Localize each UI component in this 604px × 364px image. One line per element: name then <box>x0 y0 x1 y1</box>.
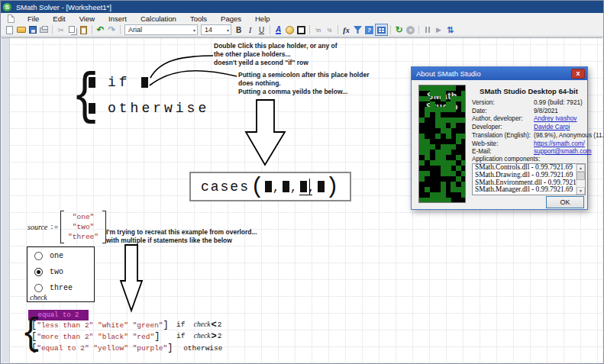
cut-button[interactable]: ✂ <box>55 24 66 35</box>
placeholder[interactable] <box>283 181 289 192</box>
note-recreate: I'm trying to recreat this example from … <box>106 228 257 245</box>
dialog-titlebar[interactable]: About SMath Studio <box>412 67 587 80</box>
note-semicolon: Putting a semicolon after this place hol… <box>238 71 369 96</box>
italic-button[interactable]: I <box>244 24 256 35</box>
string-value: "green" <box>133 321 163 330</box>
show-grid-toggle[interactable] <box>375 24 388 36</box>
radio-label: three <box>50 284 73 292</box>
field-label: E-Mail: <box>472 148 534 155</box>
placeholder[interactable] <box>318 181 325 192</box>
printer-icon <box>40 27 48 33</box>
note-line: the other place holders... <box>214 50 338 59</box>
worksheet-canvas[interactable]: Double Click this place holder, or any o… <box>2 37 602 362</box>
font-name-select[interactable]: Arial ▾ <box>124 24 198 35</box>
list-item[interactable]: SMath.Environment.dll - 0.99.7921.69 <box>473 179 585 187</box>
scrollbar[interactable]: ▲ ▼ <box>576 164 585 195</box>
source-definition[interactable]: source := "one" "two" "three" <box>27 211 106 243</box>
bold-button[interactable]: B <box>233 24 244 35</box>
new-button[interactable] <box>4 24 15 35</box>
placeholder[interactable] <box>265 181 272 192</box>
recalculate-button[interactable]: ↻ <box>393 24 405 35</box>
play-button[interactable]: ▶ <box>433 24 444 35</box>
paste-clipboard-icon <box>80 26 87 34</box>
placeholder[interactable] <box>89 103 95 114</box>
info-row: Translation (English):(98.9%), Anonymous… <box>472 132 586 140</box>
field-label: Author, developer: <box>472 115 534 122</box>
auto-calc-button[interactable]: ⇅ <box>444 24 456 35</box>
components-listbox[interactable]: SMath.Controls.dll - 0.99.7921.69 SMath.… <box>472 163 586 195</box>
menu-pages[interactable]: Pages <box>214 14 248 23</box>
undo-button[interactable]: ↶ <box>95 24 106 35</box>
scroll-down-icon[interactable]: ▼ <box>577 187 585 195</box>
menu-insert[interactable]: Insert <box>102 14 134 23</box>
open-button[interactable] <box>15 24 27 35</box>
color-sphere-icon <box>286 26 294 34</box>
placeholder[interactable] <box>89 77 95 88</box>
developer-link[interactable]: Davide Carpi <box>534 124 570 130</box>
comparison-operator: < <box>210 320 217 330</box>
note-line: Putting a semicolon after this place hol… <box>238 71 369 79</box>
placeholder[interactable] <box>141 77 148 88</box>
string-value: "white" <box>98 321 128 330</box>
radio-option-two[interactable]: two <box>34 268 63 276</box>
filter-button[interactable] <box>352 24 363 35</box>
redo-button[interactable]: ↷ <box>106 24 118 35</box>
font-size-select[interactable]: 14 ▾ <box>201 24 231 35</box>
pause-button[interactable] <box>422 24 433 35</box>
open-paren: ( <box>250 176 264 198</box>
field-label: Translation (English): <box>472 132 534 139</box>
window-titlebar[interactable]: S SMath Solver - [Worksheet1*] <box>1 1 603 13</box>
background-color-button[interactable] <box>284 24 296 35</box>
about-dialog: About SMath Studio x SMath Studio SMath … <box>411 66 588 210</box>
radio-option-one[interactable]: one <box>34 252 63 260</box>
stop-button[interactable]: × <box>405 24 416 35</box>
system-expression[interactable]: { ["less than 2" "white" "green"] if che… <box>23 318 252 356</box>
menu-calculation[interactable]: Calculation <box>134 14 183 23</box>
menu-file[interactable]: File <box>21 14 46 23</box>
border-button[interactable] <box>296 24 307 35</box>
radio-option-three[interactable]: three <box>34 284 73 292</box>
scrollbar-thumb[interactable] <box>577 172 585 180</box>
menu-view[interactable]: View <box>73 14 102 23</box>
product-name: SMath Studio Desktop 64-bit <box>472 87 586 95</box>
app-icon: S <box>3 3 11 11</box>
components-label: Application components: <box>472 156 540 163</box>
ok-button[interactable]: OK <box>546 196 584 208</box>
email-link[interactable]: support@smath.com <box>534 148 592 155</box>
new-page-icon <box>6 26 13 34</box>
toolbar: ✂ ↶ ↷ Arial ▾ 14 ▾ B I U A 'm ½ fx ? ↻ × <box>1 24 603 37</box>
author-link[interactable]: Andrey Ivashov <box>534 115 577 122</box>
field-value: 0.99 (build: 7921) <box>534 99 583 106</box>
paste-button[interactable] <box>78 24 89 35</box>
save-button[interactable] <box>27 24 38 35</box>
radio-icon[interactable] <box>34 284 43 292</box>
insert-function-button[interactable]: fx <box>341 24 352 35</box>
website-link[interactable]: https://smath.com/ <box>534 140 585 147</box>
insert-unit-button[interactable]: 'm <box>312 24 324 35</box>
radio-selected-icon[interactable] <box>34 268 43 276</box>
menu-tools[interactable]: Tools <box>183 14 214 23</box>
assistance-button[interactable]: ? <box>363 24 375 35</box>
list-item[interactable]: SMath.Manager.dll - 0.99.7921.69 <box>473 186 585 194</box>
cases-expression[interactable]: cases ( , , , ) <box>189 172 351 201</box>
font-color-button[interactable]: A <box>273 24 284 35</box>
list-item[interactable]: SMath.Drawing.dll - 0.99.7921.69 <box>473 172 585 179</box>
underline-button[interactable]: U <box>256 24 267 35</box>
note-line: does nothing. <box>238 79 369 88</box>
print-button[interactable] <box>38 24 50 35</box>
radio-icon[interactable] <box>34 252 43 260</box>
placeholder-with-cursor[interactable] <box>300 181 307 192</box>
if-otherwise-expression[interactable]: { if otherwise <box>75 69 220 130</box>
menu-edit[interactable]: Edit <box>46 14 72 23</box>
close-paren: ) <box>325 176 339 198</box>
menu-help[interactable]: Help <box>248 14 277 23</box>
cases-function-name: cases <box>201 179 250 195</box>
fraction-button[interactable]: ½ <box>324 24 335 35</box>
list-item[interactable]: SMath.Controls.dll - 0.99.7921.69 <box>473 164 585 172</box>
field-label: Developer: <box>472 124 534 130</box>
scroll-up-icon[interactable]: ▲ <box>577 164 585 172</box>
comma: , <box>273 182 279 195</box>
copy-button[interactable] <box>66 24 78 35</box>
close-button[interactable]: x <box>571 69 585 79</box>
variable-name: check <box>194 332 211 340</box>
